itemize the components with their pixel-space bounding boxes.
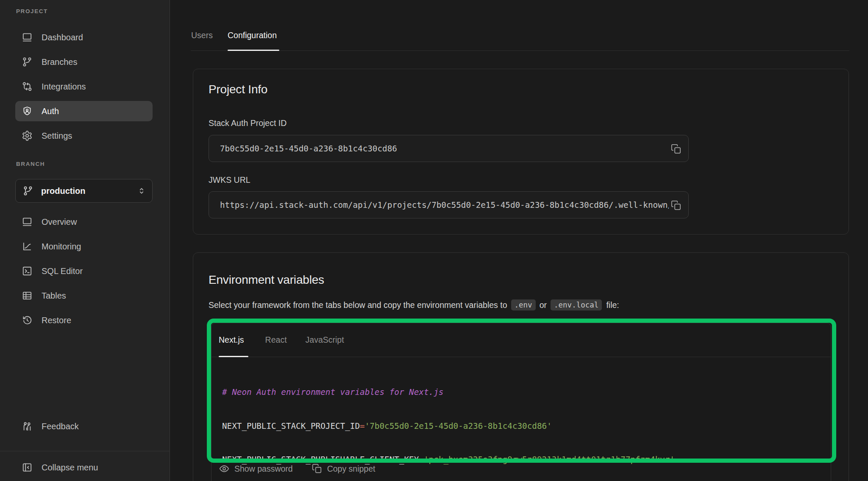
code-operator: = <box>360 421 365 431</box>
project-nav: Dashboard Branches Integrations Auth <box>15 27 153 150</box>
framework-tabs: Next.js React JavaScript <box>211 323 831 357</box>
env-file-chip: .env <box>511 299 536 310</box>
project-id-field[interactable]: 7b0c55d0-2e15-45d0-a236-8b1c4c30cd86 <box>209 135 689 162</box>
panel-collapse-icon <box>22 462 33 473</box>
description-text: file: <box>606 300 619 310</box>
sidebar-item-monitoring[interactable]: Monitoring <box>15 236 153 257</box>
snippet-actions: Show password Copy snippet <box>219 463 375 474</box>
jwks-url-field[interactable]: https://api.stack-auth.com/api/v1/projec… <box>209 191 689 218</box>
copy-jwks-url-button[interactable] <box>669 198 684 213</box>
sidebar-divider <box>0 451 170 451</box>
environment-variables-description: Select your framework from the tabs belo… <box>209 299 619 310</box>
code-comment: # Neon Auth environment variables for Ne… <box>222 387 443 397</box>
sidebar-item-branches[interactable]: Branches <box>15 52 153 72</box>
project-id-label: Stack Auth Project ID <box>209 118 287 128</box>
copy-icon <box>670 200 682 211</box>
branch-selector[interactable]: production <box>15 179 153 203</box>
copy-snippet-button[interactable]: Copy snippet <box>312 463 376 474</box>
active-framework-tab-underline <box>219 356 248 358</box>
copy-icon <box>312 463 323 474</box>
code-operator: = <box>419 455 424 464</box>
table-icon <box>22 290 33 301</box>
code-string: 'pck_bxem325s3fng9rw5z89213k1md4tt01tz1b… <box>424 455 675 464</box>
sidebar-item-label: SQL Editor <box>42 266 83 276</box>
app-root: PROJECT Dashboard Branches Integrations <box>0 0 868 481</box>
sidebar-item-dashboard[interactable]: Dashboard <box>15 27 153 48</box>
description-text: Select your framework from the tabs belo… <box>209 300 507 310</box>
env-local-file-chip: .env.local <box>551 299 602 310</box>
sidebar-item-label: Settings <box>42 131 72 141</box>
sidebar-item-overview[interactable]: Overview <box>15 212 153 232</box>
branch-selector-value: production <box>41 186 137 196</box>
eye-icon <box>219 463 230 474</box>
tab-nextjs[interactable]: Next.js <box>219 335 244 345</box>
feedback-users-icon <box>22 421 33 432</box>
code-line: # Neon Auth environment variables for Ne… <box>222 387 831 398</box>
jwks-url-label: JWKS URL <box>209 175 250 185</box>
git-branch-icon <box>22 56 33 67</box>
monitoring-chart-icon <box>22 241 33 252</box>
code-string: '7b0c55d0-2e15-45d0-a236-8b1c4c30cd86' <box>365 421 552 431</box>
show-password-label: Show password <box>234 464 293 474</box>
sidebar-item-tables[interactable]: Tables <box>15 285 153 306</box>
code-line: NEXT_PUBLIC_STACK_PROJECT_ID='7b0c55d0-2… <box>222 421 831 432</box>
environment-variables-title: Environment variables <box>209 273 324 287</box>
sidebar-item-label: Tables <box>42 291 66 301</box>
gear-icon <box>22 130 33 141</box>
tab-bar-divider <box>191 50 849 51</box>
env-snippet-panel: Next.js React JavaScript # Neon Auth env… <box>211 323 831 481</box>
show-password-button[interactable]: Show password <box>219 463 293 474</box>
sidebar: PROJECT Dashboard Branches Integrations <box>0 0 170 481</box>
branch-nav: Overview Monitoring SQL Editor Tables <box>15 212 153 335</box>
tab-users[interactable]: Users <box>191 31 213 40</box>
sidebar-item-label: Feedback <box>42 422 79 431</box>
auth-shield-icon <box>22 106 33 117</box>
sidebar-item-integrations[interactable]: Integrations <box>15 76 153 97</box>
copy-icon <box>670 143 682 155</box>
copy-snippet-label: Copy snippet <box>327 464 376 474</box>
sidebar-item-label: Integrations <box>42 82 86 92</box>
project-info-title: Project Info <box>209 83 267 96</box>
code-var-name: NEXT_PUBLIC_STACK_PROJECT_ID <box>222 421 360 431</box>
sidebar-item-sql-editor[interactable]: SQL Editor <box>15 261 153 281</box>
sidebar-item-label: Dashboard <box>42 33 83 42</box>
active-tab-underline <box>228 50 279 51</box>
main-content: Users Configuration Project Info Stack A… <box>170 0 868 481</box>
tab-javascript[interactable]: JavaScript <box>306 335 344 345</box>
history-restore-icon <box>22 315 33 326</box>
tab-configuration[interactable]: Configuration <box>228 31 277 40</box>
sidebar-item-feedback[interactable]: Feedback <box>15 416 153 436</box>
chevron-up-down-icon <box>137 186 146 196</box>
collapse-menu-button[interactable]: Collapse menu <box>15 457 153 478</box>
sidebar-item-label: Monitoring <box>42 242 81 252</box>
project-info-card: Project Info Stack Auth Project ID 7b0c5… <box>193 69 849 235</box>
sidebar-item-label: Overview <box>42 217 77 227</box>
jwks-url-value: https://api.stack-auth.com/api/v1/projec… <box>220 200 671 210</box>
sidebar-item-auth[interactable]: Auth <box>15 101 153 121</box>
sql-terminal-icon <box>22 266 33 277</box>
description-text: or <box>540 300 547 310</box>
git-compare-icon <box>22 81 33 92</box>
sidebar-item-label: Collapse menu <box>42 463 98 473</box>
sidebar-item-label: Branches <box>42 57 78 67</box>
sidebar-item-settings[interactable]: Settings <box>15 126 153 146</box>
copy-project-id-button[interactable] <box>669 141 684 157</box>
dashboard-icon <box>22 32 33 43</box>
overview-icon <box>22 216 33 227</box>
env-code-block: # Neon Auth environment variables for Ne… <box>211 357 831 481</box>
sidebar-item-restore[interactable]: Restore <box>15 310 153 330</box>
git-branch-icon <box>22 185 33 196</box>
branch-section-label: BRANCH <box>16 161 45 167</box>
environment-variables-card: Environment variables Select your framew… <box>193 252 849 481</box>
sidebar-item-label: Restore <box>42 316 71 325</box>
sidebar-item-label: Auth <box>42 106 59 116</box>
project-section-label: PROJECT <box>16 8 48 14</box>
project-id-value: 7b0c55d0-2e15-45d0-a236-8b1c4c30cd86 <box>220 144 671 154</box>
tab-react[interactable]: React <box>265 335 287 345</box>
